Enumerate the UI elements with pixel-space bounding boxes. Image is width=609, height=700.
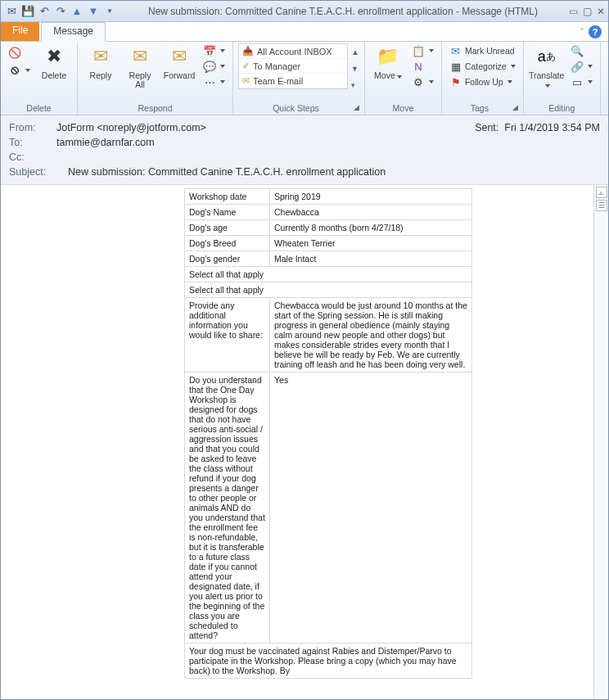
sent-label: Sent: — [475, 122, 498, 133]
qs-up-icon[interactable]: ▲ — [351, 47, 359, 56]
table-row: Select all that apply — [185, 267, 472, 282]
table-row: Your dog must be vaccinated against Rabi… — [185, 644, 472, 679]
field-label: Provide any additional information you w… — [185, 298, 270, 373]
nav-more-icon[interactable]: ☰ — [596, 200, 607, 211]
minimize-icon[interactable]: ▭ — [569, 6, 578, 17]
from-value: JotForm <noreply@jotform.com> — [56, 122, 206, 133]
table-row: Dog's genderMale Intact — [185, 251, 472, 267]
table-row: Do you understand that the One Day Works… — [185, 373, 472, 644]
table-row: Dog's BreedWheaten Terrier — [185, 236, 472, 251]
field-label: Your dog must be vaccinated against Rabi… — [185, 644, 472, 679]
translate-button[interactable]: aあ Translate — [529, 43, 565, 89]
to-label: To: — [9, 137, 56, 148]
reply-all-button[interactable]: ✉ Reply All — [122, 43, 158, 89]
from-label: From: — [9, 122, 56, 133]
tab-file[interactable]: File — [1, 22, 39, 41]
field-value: Wheaten Terrier — [270, 236, 472, 251]
move-button[interactable]: 📁 Move — [370, 43, 406, 80]
meeting-button[interactable]: 📅 — [201, 43, 228, 58]
subject-label: Subject: — [9, 166, 68, 178]
onenote-button[interactable]: N — [409, 59, 436, 74]
qs-more-icon[interactable]: ▾ — [351, 81, 359, 89]
table-row: Provide any additional information you w… — [185, 298, 472, 373]
field-label: Dog's age — [185, 220, 270, 236]
field-label: Dog's Name — [185, 205, 270, 220]
qs-manager[interactable]: ✓To Manager — [239, 59, 347, 74]
redo-icon[interactable]: ↷ — [53, 4, 68, 19]
group-tags: Tags ◢ — [447, 102, 518, 115]
field-label: Dog's Breed — [185, 236, 270, 251]
save-icon[interactable]: 💾 — [20, 4, 35, 19]
nav-up-icon[interactable]: ▵ — [596, 187, 607, 198]
message-body[interactable]: Workshop dateSpring 2019Dog's NameChewba… — [1, 185, 593, 700]
close-icon[interactable]: ✕ — [597, 6, 605, 17]
group-delete: Delete — [6, 102, 72, 115]
related-button[interactable]: 🔗 — [568, 59, 595, 74]
forward-button[interactable]: ✉ Forward — [161, 43, 197, 80]
group-quicksteps: Quick Steps ◢ — [238, 102, 359, 115]
maximize-icon[interactable]: ▢ — [583, 6, 592, 17]
group-move: Move — [370, 102, 436, 115]
im-button[interactable]: 💬 — [201, 59, 228, 74]
field-label: Do you understand that the One Day Works… — [185, 373, 270, 644]
junk-button[interactable]: 🛇 — [6, 63, 33, 78]
field-value: Chewbacca — [270, 205, 472, 220]
group-editing: Editing — [529, 102, 595, 115]
table-row: Dog's ageCurrently 8 months (born 4/27/1… — [185, 220, 472, 236]
field-value: Currently 8 months (born 4/27/18) — [270, 220, 472, 236]
reply-all-icon: ✉ — [127, 43, 153, 70]
quick-steps-list[interactable]: 📥All Account INBOX ✓To Manager ✉Team E-m… — [238, 43, 348, 89]
reply-button[interactable]: ✉ Reply — [83, 43, 119, 80]
find-button[interactable]: 🔍 — [568, 43, 595, 58]
field-value: Chewbacca would be just around 10 months… — [270, 298, 472, 373]
group-respond: Respond — [83, 102, 228, 115]
help-icon[interactable]: ? — [589, 25, 602, 38]
zoom-button[interactable]: 🔍 Zoom — [606, 43, 609, 80]
field-value: Yes — [270, 373, 472, 644]
translate-icon: aあ — [534, 43, 560, 70]
submission-table: Workshop dateSpring 2019Dog's NameChewba… — [184, 188, 472, 679]
prev-icon[interactable]: ▲ — [70, 4, 84, 19]
more-respond-button[interactable]: ⋯ — [201, 75, 228, 89]
delete-icon: ✖ — [41, 43, 67, 70]
cc-label: Cc: — [9, 151, 56, 163]
app-icon: ✉ — [4, 4, 19, 19]
field-value: Male Intact — [270, 251, 472, 267]
subject-value: New submission: Committed Canine T.E.A.C… — [68, 166, 386, 178]
next-icon[interactable]: ▼ — [86, 4, 101, 19]
follow-up-button[interactable]: ⚑Follow Up — [447, 75, 518, 89]
table-row: Workshop dateSpring 2019 — [185, 189, 472, 205]
to-value: tammie@darnfar.com — [56, 137, 155, 148]
table-row: Dog's NameChewbacca — [185, 205, 472, 220]
field-value: Spring 2019 — [270, 189, 472, 205]
field-label: Select all that apply — [185, 267, 472, 282]
mark-unread-button[interactable]: ✉Mark Unread — [447, 43, 518, 58]
select-button[interactable]: ▭ — [568, 75, 595, 89]
group-zoom: Zoom — [606, 102, 609, 115]
table-row: Select all that apply — [185, 282, 472, 298]
categorize-button[interactable]: ▦Categorize — [447, 59, 518, 74]
undo-icon[interactable]: ↶ — [37, 4, 52, 19]
qs-down-icon[interactable]: ▼ — [351, 65, 359, 73]
reply-icon: ✉ — [88, 43, 114, 70]
field-label: Workshop date — [185, 189, 270, 205]
move-icon: 📁 — [375, 43, 401, 70]
ribbon-collapse-icon[interactable]: ˇ — [580, 27, 584, 37]
tab-message[interactable]: Message — [41, 22, 106, 42]
rules-button[interactable]: 📋 — [409, 43, 436, 58]
sent-value: Fri 1/4/2019 3:54 PM — [504, 122, 600, 133]
ignore-button[interactable]: 🚫 — [6, 45, 33, 60]
field-label: Select all that apply — [185, 282, 472, 298]
delete-button[interactable]: ✖ Delete — [36, 43, 72, 80]
forward-icon: ✉ — [166, 43, 192, 70]
field-label: Dog's gender — [185, 251, 270, 267]
qs-team[interactable]: ✉Team E-mail — [239, 74, 347, 88]
window-title: New submission: Committed Canine T.E.A.C… — [117, 6, 569, 17]
qs-inbox[interactable]: 📥All Account INBOX — [239, 44, 347, 59]
qat-more-icon[interactable]: ▼ — [102, 4, 117, 19]
actions-button[interactable]: ⚙ — [409, 75, 436, 89]
